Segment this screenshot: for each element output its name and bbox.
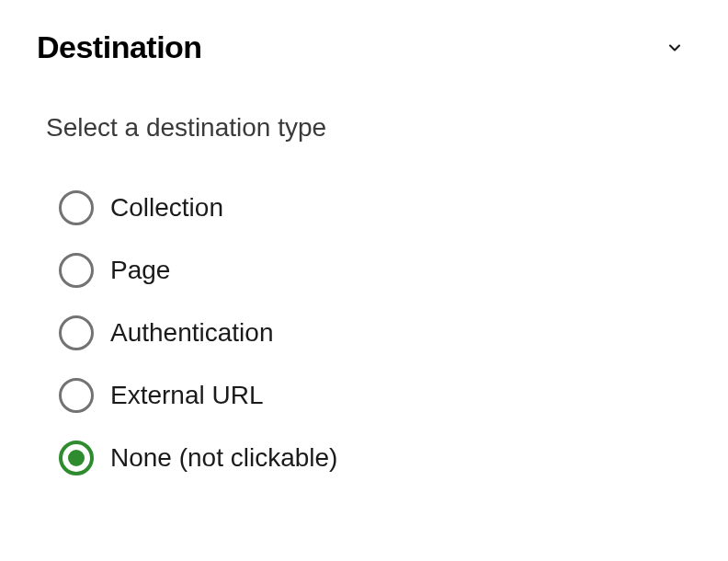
radio-option-external-url[interactable]: External URL [59,378,691,413]
destination-section-header[interactable]: Destination [37,29,691,65]
radio-icon [59,315,94,350]
radio-option-collection[interactable]: Collection [59,190,691,225]
destination-type-radio-group: Collection Page Authentication External … [59,190,691,475]
radio-label: Page [110,256,170,285]
radio-label: None (not clickable) [110,443,337,473]
radio-label: Collection [110,193,223,223]
section-title: Destination [37,29,202,65]
radio-icon [59,378,94,413]
radio-icon-selected [59,441,94,475]
radio-option-none[interactable]: None (not clickable) [59,441,691,475]
radio-option-authentication[interactable]: Authentication [59,315,691,350]
radio-option-page[interactable]: Page [59,253,691,288]
section-subtitle: Select a destination type [46,113,691,143]
radio-inner-dot [68,450,85,466]
radio-icon [59,253,94,288]
chevron-down-icon [665,39,684,57]
radio-label: External URL [110,381,264,410]
radio-icon [59,190,94,225]
radio-label: Authentication [110,318,273,348]
